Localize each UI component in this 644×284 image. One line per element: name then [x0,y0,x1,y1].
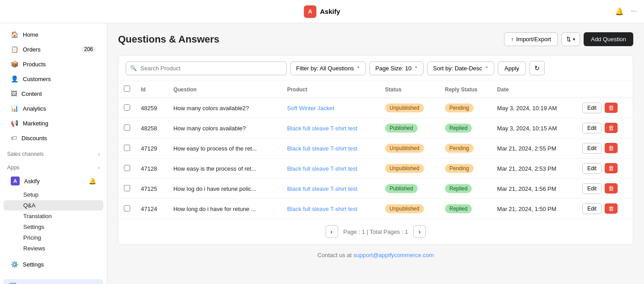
refresh-button[interactable]: ↻ [530,61,545,75]
row-reply-badge: Pending [445,164,474,173]
row-id: 47124 [136,199,168,219]
content-icon: 🖼 [11,90,17,97]
row-product-link[interactable]: Black full sleave T-shirt test [287,185,357,192]
edit-button[interactable]: Edit [582,123,602,133]
sales-channels-section[interactable]: Sales channels › [0,146,107,159]
add-question-button[interactable]: Add Question [584,32,633,46]
row-product-link[interactable]: Black full sleave T-shirt test [287,206,357,212]
import-export-button[interactable]: ↑ Import/Export [504,32,558,46]
analytics-icon: 📊 [11,105,18,112]
footer: Contact us at support@appifycommerce.com [118,245,633,266]
row-status-badge: Unpublished [385,144,424,153]
sidebar-item-home[interactable]: 🏠 Home [4,27,103,42]
sidebar-item-content[interactable]: 🖼 Content [4,86,103,101]
sidebar-item-orders[interactable]: 📋 Orders 206 [4,42,103,56]
row-product-link[interactable]: Soft Winter Jacket [287,105,334,112]
sidebar: 🏠 Home 📋 Orders 206 📦 Products 👤 Custome… [0,0,107,284]
sidebar-item-analytics[interactable]: 📊 Analytics [4,101,103,116]
delete-button[interactable]: 🗑 [605,203,618,214]
col-status: Status [380,81,440,98]
more-icon[interactable]: ··· [631,7,637,16]
edit-button[interactable]: Edit [582,103,602,113]
page-size-dropdown[interactable]: Page Size: 10 ⌃ [369,61,424,75]
table-toolbar: 🔍 Filter by: All Questions ⌃ Page Size: … [119,56,633,81]
row-checkbox-4[interactable] [124,185,130,191]
apps-section[interactable]: Apps › [0,159,107,172]
upload-icon: ↑ [511,36,513,43]
row-date: May 3, 2024, 10:15 AM [492,118,577,138]
filter-chevron-icon: ⌃ [356,66,360,71]
row-checkbox-2[interactable] [124,145,130,151]
page-actions: ↑ Import/Export ⇅ ▾ Add Question [504,32,633,46]
sort-dropdown[interactable]: Sort by: Date-Desc ⌃ [427,61,494,75]
sidebar-item-label: Content [21,90,42,97]
search-wrapper: 🔍 [126,61,287,75]
row-checkbox-3[interactable] [124,165,130,171]
askify-app-label: Askify [24,178,40,185]
sidebar-item-customers[interactable]: 👤 Customers [4,72,103,86]
row-reply-badge: Pending [445,144,474,153]
apply-button[interactable]: Apply [498,61,526,75]
delete-button[interactable]: 🗑 [605,103,618,113]
contact-email-link[interactable]: support@appifycommerce.com [353,252,434,258]
search-input[interactable] [126,61,287,75]
delete-button[interactable]: 🗑 [605,183,618,194]
row-status-badge: Unpublished [385,103,424,112]
sidebar-item-label: Analytics [23,105,46,112]
sidebar-item-products[interactable]: 📦 Products [4,57,103,71]
table-row: 47129 How easy to process of the ret... … [119,138,633,159]
page-size-chevron-icon: ⌃ [414,66,418,71]
sidebar-sub-item-qna[interactable]: Q&A [4,200,103,211]
logo-icon: A [304,5,316,18]
sales-channels-label: Sales channels [7,151,43,157]
delete-button[interactable]: 🗑 [605,123,618,133]
pagination: ‹ Page : 1 | Total Pages : 1 › [119,219,633,244]
row-checkbox-0[interactable] [124,104,130,111]
row-question: How easy to process of the ret... [168,138,282,159]
row-product-link[interactable]: Black full sleave T-shirt test [287,125,357,132]
row-product-link[interactable]: Black full sleave T-shirt test [287,145,357,152]
row-date: Mar 21, 2024, 2:53 PM [492,159,577,179]
delete-button[interactable]: 🗑 [605,143,618,153]
sidebar-sub-item-reviews[interactable]: Reviews [4,243,103,254]
row-date: Mar 21, 2024, 1:50 PM [492,199,577,219]
edit-button[interactable]: Edit [582,163,602,174]
sort-button[interactable]: ⇅ ▾ [561,32,580,46]
col-product: Product [282,81,380,98]
row-question: How easy is the process of ret... [168,159,282,179]
filter-dropdown[interactable]: Filter by: All Questions ⌃ [290,61,366,75]
row-checkbox-5[interactable] [124,205,130,211]
row-date: May 3, 2024, 10:19 AM [492,98,577,118]
table-row: 48259 How many colors available2? Soft W… [119,98,633,118]
qa-table-card: 🔍 Filter by: All Questions ⌃ Page Size: … [118,55,633,245]
row-status-badge: Unpublished [385,164,424,173]
row-status-badge: Published [385,124,418,133]
notification-icon[interactable]: 🔔 [615,7,624,16]
edit-button[interactable]: Edit [582,203,602,214]
sidebar-sub-item-translation[interactable]: Translation [4,211,103,221]
non-transferable-banner[interactable]: ℹ️ Non-transferable [4,279,103,284]
select-all-checkbox[interactable] [124,86,130,92]
askify-bell-icon[interactable]: 🔔 [89,177,96,185]
settings-icon: ⚙️ [11,261,18,268]
delete-button[interactable]: 🗑 [605,163,618,173]
row-product-link[interactable]: Black full sleave T-shirt test [287,165,357,172]
refresh-icon: ↻ [534,65,540,72]
sidebar-sub-item-setup[interactable]: Setup [4,189,103,200]
sidebar-item-marketing[interactable]: 📢 Marketing [4,116,103,130]
discounts-icon: 🏷 [11,134,17,142]
row-checkbox-1[interactable] [124,125,130,131]
sidebar-sub-item-pricing[interactable]: Pricing [4,232,103,243]
prev-page-button[interactable]: ‹ [326,225,338,238]
sidebar-item-settings[interactable]: ⚙️ Settings [4,257,103,271]
search-icon: 🔍 [130,65,137,71]
row-reply-badge: Replied [445,124,472,133]
sort-label: Sort by: Date-Desc [433,65,482,72]
next-page-button[interactable]: › [413,225,426,238]
edit-button[interactable]: Edit [582,183,602,194]
sidebar-item-discounts[interactable]: 🏷 Discounts [4,131,103,145]
askify-app-item[interactable]: A Askify 🔔 [4,173,103,189]
sidebar-sub-item-settings[interactable]: Settings [4,222,103,232]
row-question: How many colors available? [168,118,282,138]
edit-button[interactable]: Edit [582,143,602,154]
